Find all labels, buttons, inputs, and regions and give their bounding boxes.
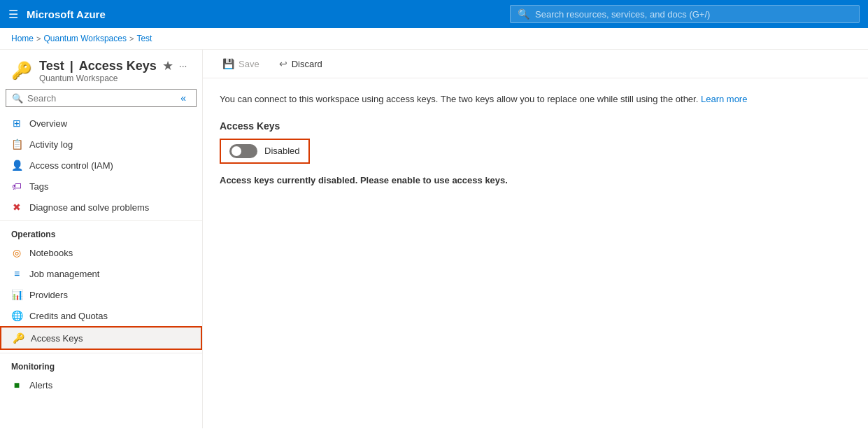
global-search-input[interactable] [535,9,852,20]
toggle-knob [232,146,241,156]
iam-icon: 👤 [11,160,22,171]
credits-icon: 🌐 [11,310,22,321]
sidebar-item-label: Overview [29,118,67,129]
azure-logo: Microsoft Azure [27,8,106,20]
sidebar-item-alerts[interactable]: ■ Alerts [0,374,202,395]
toggle-container: Disabled [220,139,310,164]
toggle-state-label: Disabled [264,146,300,156]
learn-more-link[interactable]: Learn more [701,94,747,104]
resource-title: Test [39,59,64,73]
sidebar-item-label: Access Keys [31,333,83,344]
global-search-bar[interactable]: 🔍 [510,5,860,23]
resource-key-icon: 🔑 [11,61,32,80]
main-layout: 🔑 Test | Access Keys ★ ··· Quantum Works… [0,50,868,428]
breadcrumb: Home > Quantum Workspaces > Test [0,28,868,50]
save-button[interactable]: 💾 Save [214,55,268,72]
sidebar-item-diagnose[interactable]: ✖ Diagnose and solve problems [0,197,202,218]
activity-log-icon: 📋 [11,139,22,150]
overview-icon: ⊞ [11,118,22,129]
toolbar: 💾 Save ↩ Discard [203,50,868,78]
discard-icon: ↩ [279,58,287,69]
sidebar-collapse-button[interactable]: « [176,92,190,104]
content-body: You can connect to this workspace using … [203,78,868,199]
discard-button[interactable]: ↩ Discard [271,55,331,72]
sidebar-item-label: Credits and Quotas [29,311,108,321]
sidebar-search-icon: 🔍 [12,93,23,104]
sidebar-item-access-keys[interactable]: 🔑 Access Keys [0,326,202,350]
discard-label: Discard [292,59,322,69]
access-keys-section-label: Access Keys [220,120,851,132]
content-area: 💾 Save ↩ Discard You can connect to this… [203,50,868,428]
top-navigation: ☰ Microsoft Azure 🔍 [0,0,868,28]
sidebar-item-label: Activity log [29,139,73,150]
resource-subtitle: Quantum Workspace [39,73,187,83]
hamburger-icon[interactable]: ☰ [8,8,18,21]
sidebar-item-credits-quotas[interactable]: 🌐 Credits and Quotas [0,305,202,326]
resource-title-group: Test | Access Keys ★ ··· Quantum Workspa… [39,58,187,83]
key-icon: 🔑 [13,332,24,344]
sidebar-item-label: Tags [29,181,48,192]
sidebar-search-container: 🔍 « [6,89,197,107]
search-icon: 🔍 [518,8,529,20]
save-icon: 💾 [222,58,234,69]
save-label: Save [239,59,259,69]
sidebar-item-label: Alerts [29,380,52,391]
sidebar: 🔑 Test | Access Keys ★ ··· Quantum Works… [0,50,203,428]
alerts-icon: ■ [11,379,22,391]
notebooks-icon: ◎ [11,247,22,258]
info-text: You can connect to this workspace using … [220,92,851,106]
title-separator: | [70,59,73,73]
sidebar-item-label: Notebooks [29,248,73,258]
sidebar-item-label: Job management [29,269,99,279]
sidebar-item-label: Providers [29,290,68,300]
jobs-icon: ≡ [11,268,22,279]
resource-header: 🔑 Test | Access Keys ★ ··· Quantum Works… [0,50,202,89]
access-keys-toggle[interactable] [229,144,257,158]
breadcrumb-quantum[interactable]: Quantum Workspaces [43,34,127,43]
sidebar-search-input[interactable] [27,93,172,104]
sidebar-item-job-management[interactable]: ≡ Job management [0,263,202,284]
sidebar-item-label: Diagnose and solve problems [29,202,149,213]
breadcrumb-test[interactable]: Test [136,34,152,43]
disabled-message: Access keys currently disabled. Please e… [220,175,851,185]
resource-page: Access Keys [79,59,157,73]
operations-section-label: Operations [0,220,202,242]
sidebar-item-overview[interactable]: ⊞ Overview [0,113,202,134]
tags-icon: 🏷 [11,181,22,192]
sidebar-item-notebooks[interactable]: ◎ Notebooks [0,242,202,263]
sidebar-item-access-control[interactable]: 👤 Access control (IAM) [0,155,202,176]
breadcrumb-sep-1: > [36,34,41,43]
sidebar-item-tags[interactable]: 🏷 Tags [0,176,202,197]
breadcrumb-home[interactable]: Home [11,34,34,43]
monitoring-section-label: Monitoring [0,353,202,374]
more-options-icon[interactable]: ··· [179,60,187,71]
favorite-star-icon[interactable]: ★ [162,58,173,73]
breadcrumb-sep-2: > [129,34,134,43]
providers-icon: 📊 [11,289,22,300]
diagnose-icon: ✖ [11,202,22,213]
sidebar-item-providers[interactable]: 📊 Providers [0,284,202,305]
sidebar-item-activity-log[interactable]: 📋 Activity log [0,134,202,155]
sidebar-item-label: Access control (IAM) [29,160,113,171]
